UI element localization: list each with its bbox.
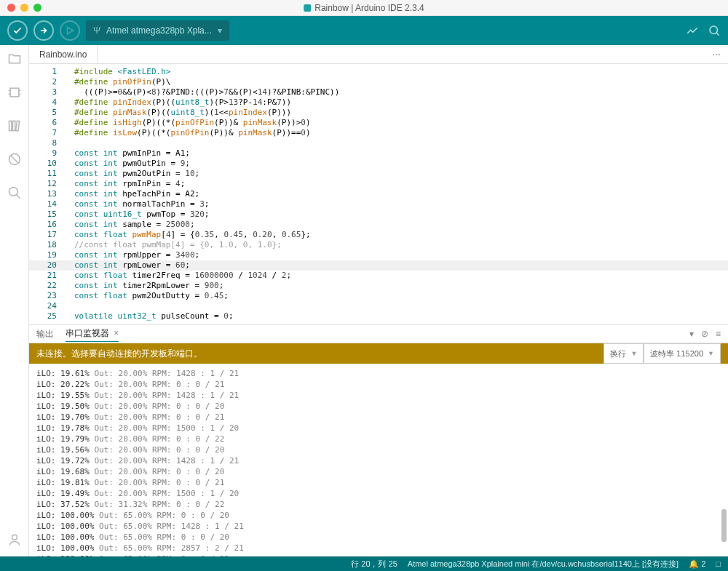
board-name: Atmel atmega328pb Xpla... — [106, 25, 212, 36]
svg-marker-1 — [68, 27, 74, 33]
code-line[interactable]: 12const int rpmInPin = 4; — [29, 179, 728, 189]
verify-button[interactable] — [7, 20, 28, 41]
window-title: Rainbow | Arduino IDE 2.3.4 — [304, 3, 424, 13]
upload-button[interactable] — [33, 20, 54, 41]
code-line[interactable]: 13const int hpeTachPin = A2; — [29, 189, 728, 199]
line-number: 18 — [29, 240, 64, 250]
search-icon[interactable] — [7, 185, 23, 201]
line-number: 21 — [29, 271, 64, 281]
code-line[interactable]: 20const int rpmLower = 60; — [29, 260, 728, 271]
code-line[interactable]: 19const int rpmUpper = 3400; — [29, 250, 728, 260]
board-selector[interactable]: Ψ Atmel atmega328pb Xpla... ▾ — [86, 20, 229, 41]
code-line[interactable]: 3 (((P)>=0&&(P)<8)?&PIND:(((P)>7&&(P)<14… — [29, 87, 728, 97]
code-line[interactable]: 16const int sample = 25000; — [29, 220, 728, 230]
code-line[interactable]: 1#include <FastLED.h> — [29, 67, 728, 77]
cursor-position: 行 20，列 25 — [351, 559, 397, 570]
svg-rect-9 — [9, 121, 11, 130]
serial-line: iLO: 19.68% Out: 20.00% RPM: 0 : 0 / 20 — [36, 466, 721, 477]
panel-tabs: 输出 串口监视器 × ▾ ⊘ ≡ — [29, 324, 728, 343]
code-editor[interactable]: 1#include <FastLED.h>2#define pinOfPin(P… — [29, 64, 728, 324]
boards-manager-icon[interactable] — [7, 84, 23, 100]
panel-options-icon[interactable]: ≡ — [716, 329, 721, 339]
file-tab[interactable]: Rainbow.ino — [29, 45, 98, 63]
window-controls — [0, 4, 41, 12]
library-manager-icon[interactable] — [7, 118, 23, 134]
line-ending-select[interactable]: 换行▼ — [604, 343, 644, 364]
line-number: 25 — [29, 311, 64, 322]
sketchbook-icon[interactable] — [7, 51, 23, 67]
panel-collapse-icon[interactable]: ▾ — [689, 329, 694, 339]
code-line[interactable]: 17const float pwmMap[4] = {0.35, 0.45, 0… — [29, 230, 728, 240]
code-line[interactable]: 23const float pwm2OutDutty = 0.45; — [29, 291, 728, 301]
code-line[interactable]: 11const int pwm2OutPin = 10; — [29, 169, 728, 179]
serial-monitor-icon[interactable] — [708, 24, 721, 37]
maximize-window-button[interactable] — [33, 4, 41, 12]
code-line[interactable]: 2#define pinOfPin(P)\ — [29, 77, 728, 87]
line-number: 4 — [29, 97, 64, 108]
serial-line: iLO: 37.52% Out: 31.32% RPM: 0 : 0 / 22 — [36, 499, 721, 510]
debug-button[interactable] — [60, 20, 80, 41]
titlebar: Rainbow | Arduino IDE 2.3.4 — [0, 0, 728, 16]
line-number: 15 — [29, 209, 64, 220]
code-line[interactable]: 14const int normalTachPin = 3; — [29, 199, 728, 209]
line-number: 7 — [29, 128, 64, 138]
svg-point-2 — [710, 26, 718, 34]
line-number: 11 — [29, 169, 64, 179]
code-line[interactable]: 4#define pinIndex(P)((uint8_t)(P>13?P-14… — [29, 97, 728, 108]
svg-point-16 — [12, 535, 17, 540]
code-line[interactable]: 8 — [29, 138, 728, 148]
output-tab[interactable]: 输出 — [36, 327, 54, 342]
scrollbar-thumb[interactable] — [721, 509, 727, 542]
line-number: 24 — [29, 301, 64, 311]
code-line[interactable]: 24 — [29, 301, 728, 311]
line-number: 9 — [29, 148, 64, 159]
baud-rate-select[interactable]: 波特率 115200▼ — [644, 343, 721, 364]
notification-badge[interactable]: 🔔 2 — [689, 559, 705, 569]
code-line[interactable]: 5#define pinMask(P)((uint8_t)(1<<pinInde… — [29, 108, 728, 118]
debug-sidebar-icon[interactable] — [7, 151, 23, 167]
board-status[interactable]: Atmel atmega328pb Xplained mini 在/dev/cu… — [408, 559, 678, 570]
line-number: 23 — [29, 291, 64, 301]
sidebar — [0, 45, 29, 556]
tab-overflow-button[interactable]: ⋯ — [712, 49, 728, 60]
line-number: 1 — [29, 67, 64, 77]
line-number: 12 — [29, 179, 64, 189]
code-line[interactable]: 15const uint16_t pwmTop = 320; — [29, 209, 728, 220]
code-line[interactable]: 21const float timer2Freq = 16000000 / 10… — [29, 271, 728, 281]
line-number: 19 — [29, 250, 64, 260]
account-icon[interactable] — [7, 532, 23, 548]
serial-line: iLO: 19.61% Out: 20.00% RPM: 1428 : 1 / … — [36, 368, 721, 379]
editor-tabs: Rainbow.ino ⋯ — [29, 45, 728, 64]
minimize-window-button[interactable] — [20, 4, 28, 12]
code-line[interactable]: 6#define isHigh(P)((*(pinOfPin(P))& pinM… — [29, 118, 728, 128]
code-line[interactable]: 10const int pwmOutPin = 9; — [29, 159, 728, 169]
serial-line: iLO: 19.78% Out: 20.00% RPM: 1500 : 1 / … — [36, 423, 721, 434]
connection-status: 未连接。选择要自动连接的开发板和端口。 — [36, 348, 202, 360]
code-line[interactable]: 22const int timer2RpmLower = 900; — [29, 281, 728, 291]
code-line[interactable]: 18//const float pwmMap[4] = {0, 1.0, 0, … — [29, 240, 728, 250]
toolbar: Ψ Atmel atmega328pb Xpla... ▾ — [0, 16, 728, 45]
close-icon[interactable]: × — [111, 328, 119, 338]
line-number: 5 — [29, 108, 64, 118]
serial-line: iLO: 19.81% Out: 20.00% RPM: 0 : 0 / 21 — [36, 477, 721, 488]
serial-message-bar: 未连接。选择要自动连接的开发板和端口。 换行▼ 波特率 115200▼ — [29, 343, 728, 364]
serial-output[interactable]: iLO: 19.61% Out: 20.00% RPM: 1428 : 1 / … — [29, 364, 728, 556]
code-line[interactable]: 25volatile uint32_t pulseCount = 0; — [29, 311, 728, 322]
serial-plotter-icon[interactable] — [686, 24, 699, 37]
code-line[interactable]: 9const int pwmInPin = A1; — [29, 148, 728, 159]
panel-clear-icon[interactable]: ⊘ — [701, 329, 708, 339]
close-panel-icon[interactable]: □ — [716, 559, 721, 568]
line-number: 10 — [29, 159, 64, 169]
svg-line-13 — [10, 155, 19, 164]
serial-line: iLO: 19.72% Out: 20.00% RPM: 1428 : 1 / … — [36, 455, 721, 466]
serial-line: iLO: 19.50% Out: 20.00% RPM: 0 : 0 / 20 — [36, 401, 721, 412]
line-number: 16 — [29, 220, 64, 230]
serial-line: iLO: 100.00% Out: 65.00% RPM: 1428 : 1 /… — [36, 521, 721, 532]
serial-monitor-tab[interactable]: 串口监视器 × — [66, 326, 119, 342]
close-window-button[interactable] — [7, 4, 15, 12]
code-line[interactable]: 7#define isLow(P)((*(pinOfPin(P))& pinMa… — [29, 128, 728, 138]
line-number: 14 — [29, 199, 64, 209]
statusbar: 行 20，列 25 Atmel atmega328pb Xplained min… — [0, 556, 728, 571]
line-number: 13 — [29, 189, 64, 199]
svg-rect-11 — [15, 121, 19, 131]
